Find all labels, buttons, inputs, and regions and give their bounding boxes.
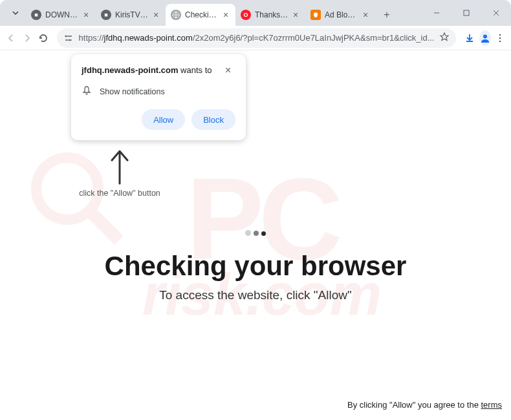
tab-title: Thanks for [255,10,288,19]
browser-menu-button[interactable] [494,29,507,47]
new-tab-button[interactable]: + [378,6,396,24]
page-subheading: To access the website, click "Allow" [0,288,511,302]
profile-avatar[interactable] [479,30,491,46]
svg-point-3 [65,35,67,37]
loading-dots [245,230,266,236]
download-icon[interactable] [462,29,476,47]
svg-point-10 [499,37,501,39]
svg-point-8 [483,34,487,38]
close-icon[interactable]: × [151,10,160,19]
dot-icon [245,230,251,236]
close-icon[interactable]: × [221,10,230,19]
svg-point-11 [499,40,501,42]
tab-title: DOWNLOAD [45,10,79,19]
page-content: PC risk.com jfdhq.newads-point.com wants… [0,50,511,420]
notification-permission-dialog: jfdhq.newads-point.com wants to × Show n… [71,54,246,140]
svg-rect-2 [464,10,469,16]
tab-search-dropdown[interactable] [8,5,23,21]
tab-adblocker[interactable]: Ad Blocker × [305,4,375,26]
terms-link[interactable]: terms [481,400,503,410]
close-icon[interactable]: × [361,10,370,19]
close-icon[interactable]: × [291,10,300,19]
block-button[interactable]: Block [191,109,235,130]
arrow-up-icon [107,146,133,185]
hint-text: click the "Allow" button [71,189,168,198]
tab-thanks[interactable]: O Thanks for × [235,4,305,26]
main-message: Checking your browser To access the webs… [0,251,511,302]
close-icon[interactable]: × [225,65,235,75]
arrow-hint: click the "Allow" button [71,146,168,198]
browser-titlebar: ■ DOWNLOAD × ■ KirisTV Dow × Checking y … [0,0,511,26]
forward-button[interactable] [20,29,34,47]
close-icon[interactable]: × [82,10,91,19]
tab-title: Checking y [185,10,219,19]
tab-checking[interactable]: Checking y × [166,4,235,26]
svg-point-9 [499,34,501,36]
browser-toolbar: https://jfdhq.newads-point.com/2x2om2y6j… [0,26,511,50]
globe-icon [171,10,181,20]
page-heading: Checking your browser [0,251,511,282]
back-button[interactable] [4,29,17,47]
tab-title: KirisTV Dow [115,10,149,19]
window-controls [422,0,511,26]
allow-button[interactable]: Allow [142,109,185,130]
site-settings-icon[interactable] [63,33,74,43]
url-text: https://jfdhq.newads-point.com/2x2om2y6j… [79,33,435,43]
shield-icon [310,10,321,20]
tab-favicon: ■ [101,10,111,20]
bookmark-star-icon[interactable] [439,32,450,44]
svg-point-5 [69,39,71,41]
tab-title: Ad Blocker [325,10,358,19]
address-bar[interactable]: https://jfdhq.newads-point.com/2x2om2y6j… [57,28,457,48]
minimize-button[interactable] [422,0,451,26]
close-window-button[interactable] [481,0,511,26]
opera-icon: O [241,10,251,20]
dot-icon [254,231,259,236]
tab-kiristv[interactable]: ■ KirisTV Dow × [96,4,166,26]
dot-icon [261,231,266,236]
permission-description: Show notifications [100,87,165,96]
maximize-button[interactable] [451,0,481,26]
tab-favicon: ■ [31,10,41,20]
permission-title: jfdhq.newads-point.com wants to [82,65,212,76]
reload-button[interactable] [36,29,50,47]
svg-line-13 [90,211,119,240]
consent-footer: By clicking "Allow" you agree to the ter… [347,400,502,410]
tab-download[interactable]: ■ DOWNLOAD × [26,4,96,26]
bell-icon [82,85,92,98]
tab-strip: ■ DOWNLOAD × ■ KirisTV Dow × Checking y … [26,0,422,26]
